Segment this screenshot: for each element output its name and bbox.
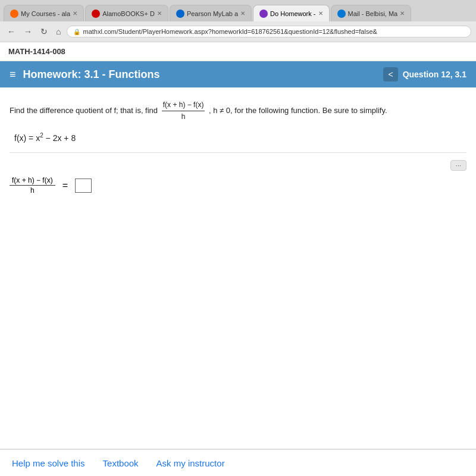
forward-button[interactable]: → [21, 26, 35, 37]
condition-text: , h ≠ 0, for the following function. Be … [209, 106, 387, 115]
homework-header: ≡ Homework: 3.1 - Functions < Question 1… [0, 61, 476, 87]
back-button[interactable]: ← [5, 26, 18, 37]
tab-icon-do-homework [259, 10, 268, 18]
question-label: Question 12, 3.1 [403, 70, 466, 79]
content-area: Find the difference quotient of f; that … [0, 87, 476, 449]
answer-fraction: f(x + h) − f(x) h [10, 176, 55, 195]
problem-fraction-numerator: f(x + h) − f(x) [162, 99, 205, 111]
tab-label-alamobooks: AlamoBOOKS+ D [102, 10, 155, 17]
home-button[interactable]: ⌂ [54, 26, 63, 37]
address-bar-row: ← → ↻ ⌂ 🔒 mathxl.com/Student/PlayerHomew… [0, 21, 476, 42]
tab-alamobooks[interactable]: AlamoBOOKS+ D ✕ [85, 5, 168, 21]
prev-question-button[interactable]: < [383, 67, 397, 82]
tab-icon-my-courses [10, 10, 18, 18]
tab-label-do-homework: Do Homework - [270, 10, 315, 17]
tab-label-pearson: Pearson MyLab a [187, 10, 238, 17]
tab-close-my-courses[interactable]: ✕ [73, 10, 77, 17]
tab-close-do-homework[interactable]: ✕ [318, 10, 323, 17]
bottom-toolbar: Help me solve this Textbook Ask my instr… [0, 449, 476, 476]
ask-instructor-button[interactable]: Ask my instructor [156, 458, 225, 468]
hamburger-icon[interactable]: ≡ [10, 68, 16, 81]
tab-close-mail[interactable]: ✕ [400, 10, 405, 17]
tab-label-mail: Mail - Belbisi, Ma [348, 10, 398, 17]
tab-pearson[interactable]: Pearson MyLab a ✕ [170, 5, 252, 21]
textbook-button[interactable]: Textbook [103, 458, 139, 468]
problem-statement: Find the difference quotient of f; that … [10, 99, 466, 123]
homework-title-prefix: Homework: [23, 68, 84, 80]
answer-input-box[interactable] [75, 178, 92, 193]
function-label: f(x) = x [14, 133, 40, 143]
page-container: MATH-1414-008 ≡ Homework: 3.1 - Function… [0, 42, 476, 476]
answer-area: f(x + h) − f(x) h = [10, 176, 466, 195]
question-nav: < Question 12, 3.1 [383, 67, 466, 82]
more-options-button[interactable]: ··· [450, 160, 466, 171]
more-options-area: ··· [10, 160, 466, 171]
tab-icon-pearson [176, 10, 184, 18]
help-solve-button[interactable]: Help me solve this [12, 458, 85, 468]
divider [10, 152, 466, 153]
tab-do-homework[interactable]: Do Homework - ✕ [253, 5, 329, 21]
tab-label-my-courses: My Courses - ala [21, 10, 70, 17]
refresh-button[interactable]: ↻ [38, 26, 50, 37]
lock-icon: 🔒 [73, 29, 80, 35]
url-text: mathxl.com/Student/PlayerHomework.aspx?h… [83, 28, 377, 35]
tab-close-pearson[interactable]: ✕ [240, 10, 245, 17]
problem-fraction-denominator: h [180, 111, 187, 123]
homework-title: Homework: 3.1 - Functions [23, 68, 160, 81]
answer-fraction-denominator: h [28, 186, 37, 195]
problem-fraction: f(x + h) − f(x) h [162, 99, 205, 123]
function-rest: − 2x + 8 [43, 133, 76, 143]
tab-my-courses[interactable]: My Courses - ala ✕ [4, 5, 84, 21]
answer-fraction-numerator: f(x + h) − f(x) [10, 176, 55, 186]
homework-title-bold: 3.1 - Functions [84, 68, 160, 80]
tab-mail[interactable]: Mail - Belbisi, Ma ✕ [331, 5, 412, 21]
function-display: f(x) = x2 − 2x + 8 [14, 132, 466, 143]
tab-bar: My Courses - ala ✕ AlamoBOOKS+ D ✕ Pears… [0, 0, 476, 21]
homework-title-area: ≡ Homework: 3.1 - Functions [10, 68, 160, 81]
tab-close-alamobooks[interactable]: ✕ [157, 10, 162, 17]
tab-icon-mail [337, 10, 346, 18]
browser-chrome: My Courses - ala ✕ AlamoBOOKS+ D ✕ Pears… [0, 0, 476, 42]
tab-icon-alamobooks [92, 10, 100, 18]
equals-sign: = [62, 180, 68, 191]
instruction-text: Find the difference quotient of f; that … [10, 106, 158, 115]
address-bar[interactable]: 🔒 mathxl.com/Student/PlayerHomework.aspx… [67, 26, 471, 37]
site-header: MATH-1414-008 [0, 42, 476, 61]
course-code: MATH-1414-008 [8, 47, 65, 56]
